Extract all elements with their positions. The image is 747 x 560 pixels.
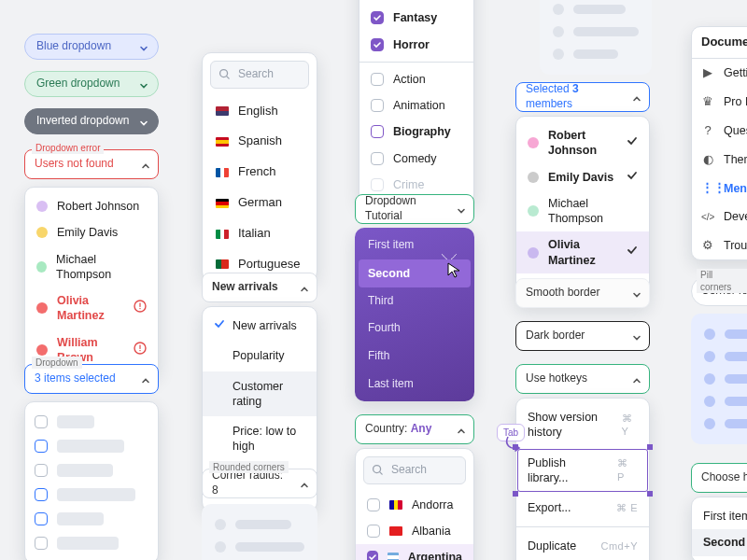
- sort-option[interactable]: Popularity: [203, 341, 317, 371]
- skeleton-row[interactable]: [35, 507, 148, 531]
- chevron-up-icon: [300, 480, 307, 487]
- error-label: Users not found: [35, 157, 134, 172]
- smooth-border-dropdown[interactable]: Smooth border: [515, 278, 650, 308]
- blue-dropdown-chip[interactable]: Blue dropdown: [24, 34, 159, 60]
- country-item[interactable]: Andorra: [356, 492, 473, 518]
- dark-border-label: Dark border: [526, 329, 625, 343]
- user-item[interactable]: Michael Thompson: [25, 246, 158, 288]
- genre-item[interactable]: Biography: [359, 119, 473, 145]
- tutorial-item[interactable]: Fourth: [359, 315, 471, 343]
- sort-option-label: Popularity: [214, 348, 285, 363]
- inverted-dropdown-chip[interactable]: Inverted dropdown: [24, 108, 159, 134]
- choose-item[interactable]: First item: [692, 503, 747, 529]
- sort-option[interactable]: Customer rating: [203, 371, 317, 417]
- hotkey-shortcut: ⌘ P: [617, 456, 638, 483]
- hotkey-label: Duplicate: [528, 539, 576, 553]
- checkbox-icon: [367, 525, 380, 538]
- user-color-dot: [36, 201, 48, 212]
- country-item[interactable]: Argentina: [356, 544, 473, 560]
- genre-item[interactable]: Fantasy: [359, 5, 473, 31]
- dark-border-dropdown[interactable]: Dark border: [515, 321, 650, 351]
- checkbox-icon: [35, 464, 48, 477]
- svg-rect-4: [139, 344, 140, 348]
- sort-option[interactable]: New arrivals: [203, 311, 317, 341]
- genre-label: Biography: [393, 124, 451, 139]
- search-icon: [372, 464, 384, 476]
- user-item[interactable]: Emily Davis: [25, 219, 158, 245]
- hotkey-item[interactable]: Export...⌘ E: [516, 493, 649, 523]
- language-label: Italian: [238, 226, 271, 242]
- chevron-up-icon: [300, 284, 307, 291]
- genre-item[interactable]: Action: [359, 66, 473, 92]
- hotkeys-dropdown[interactable]: Use hotkeys: [515, 364, 650, 394]
- genre-item[interactable]: Comedy: [359, 146, 473, 172]
- language-item[interactable]: English: [203, 96, 317, 127]
- skeleton-panel-top: [540, 0, 652, 75]
- doc-label: Devel: [724, 209, 747, 224]
- doc-item[interactable]: ?Quest: [692, 117, 747, 146]
- choose-dropdown[interactable]: Choose he: [691, 463, 747, 493]
- country-item[interactable]: Albania: [356, 518, 473, 544]
- smooth-border-label: Smooth border: [526, 286, 625, 301]
- doc-item[interactable]: ⚙Troubl: [692, 231, 747, 260]
- sort-dropdown[interactable]: New arrivals: [202, 273, 317, 302]
- green-dropdown-chip[interactable]: Green dropdown: [24, 71, 159, 97]
- grid-icon: ⋮⋮: [701, 180, 714, 196]
- flag-icon: [388, 553, 399, 560]
- user-item[interactable]: Olivia Martinez: [25, 287, 158, 329]
- language-item[interactable]: French: [203, 157, 317, 188]
- checkbox-icon: [367, 551, 378, 560]
- hotkey-label: Show version history: [528, 410, 611, 441]
- country-dropdown[interactable]: Country: Any: [355, 414, 474, 444]
- flag-icon: [389, 526, 402, 536]
- country-panel: Search Andorra Albania Argentina: [355, 448, 474, 560]
- skeleton-row[interactable]: [35, 458, 148, 483]
- member-item[interactable]: Michael Thompson: [516, 190, 649, 232]
- skeleton-row[interactable]: [35, 434, 148, 458]
- skeleton-row[interactable]: [35, 531, 148, 555]
- documents-header: Document: [692, 27, 747, 58]
- chevron-down-icon: [632, 332, 640, 340]
- tutorial-item[interactable]: Fifth: [359, 343, 471, 371]
- tutorial-item[interactable]: Last item: [359, 371, 471, 399]
- language-item[interactable]: Italian: [203, 218, 317, 249]
- genre-item[interactable]: Animation: [359, 92, 473, 119]
- doc-item[interactable]: ♛Pro Fe: [692, 88, 747, 117]
- genre-item[interactable]: Horror: [359, 32, 473, 58]
- skeleton-row[interactable]: [35, 410, 148, 434]
- language-search-input[interactable]: Search: [210, 61, 309, 89]
- hotkey-item[interactable]: DuplicateCmd+Y: [516, 531, 649, 560]
- green-dropdown-label: Green dropdown: [36, 77, 132, 91]
- member-item[interactable]: Olivia Martinez: [516, 231, 649, 273]
- flag-icon: [216, 168, 229, 177]
- tutorial-dropdown[interactable]: Dropdown Tutorial: [355, 194, 474, 224]
- member-item[interactable]: Robert Johnson: [516, 122, 649, 164]
- language-label: German: [238, 195, 282, 211]
- doc-item[interactable]: </>Devel: [692, 203, 747, 231]
- genre-label: Horror: [393, 37, 430, 52]
- choose-item[interactable]: Second: [692, 529, 747, 555]
- pill-legend: Pill corners: [697, 269, 747, 293]
- language-item[interactable]: German: [203, 188, 317, 218]
- sort-option[interactable]: Price: low to high: [203, 416, 317, 462]
- tutorial-item[interactable]: Third: [359, 287, 471, 315]
- members-dropdown[interactable]: Selected 3 members: [515, 82, 650, 112]
- user-item[interactable]: Robert Johnson: [25, 193, 158, 219]
- doc-item[interactable]: ◐Theme: [692, 146, 747, 175]
- bug-icon: ⚙: [701, 238, 714, 254]
- choose-label: Choose he: [701, 470, 747, 485]
- skeleton-row[interactable]: [35, 483, 148, 507]
- hotkey-item[interactable]: Show version history⌘ Y: [516, 402, 649, 448]
- flag-icon: [216, 106, 229, 116]
- doc-label: Menu: [724, 181, 747, 196]
- flag-icon: [216, 137, 229, 147]
- chevron-up-icon: [141, 375, 148, 383]
- doc-item[interactable]: ▶Gettin: [692, 59, 747, 88]
- country-search-input[interactable]: Search: [363, 456, 466, 484]
- checkbox-icon: [367, 498, 380, 511]
- hotkey-item-focus[interactable]: Publish library...⌘ P: [516, 448, 649, 494]
- member-item[interactable]: Emily Davis: [516, 164, 649, 190]
- language-item[interactable]: Spanish: [203, 126, 317, 157]
- doc-item-active[interactable]: ⋮⋮Menu: [692, 174, 747, 203]
- language-panel: Search English Spanish French German Ita…: [202, 52, 317, 281]
